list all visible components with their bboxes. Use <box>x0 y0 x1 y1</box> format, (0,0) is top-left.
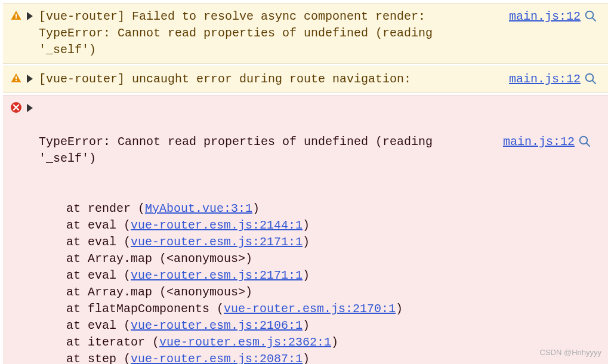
stack-frame-prefix: at render ( <box>66 202 145 215</box>
warning-icon <box>10 71 27 84</box>
console-message-warning: [vue-router] uncaught error during route… <box>3 66 608 93</box>
expand-toggle-icon[interactable] <box>27 100 39 112</box>
stack-frame: at Array.map (<anonymous>) <box>39 284 595 301</box>
source-link[interactable]: main.js:12 <box>509 10 581 23</box>
stack-frame-link[interactable]: vue-router.esm.js:2171:1 <box>131 269 303 282</box>
stack-frame-link[interactable]: MyAbout.vue:3:1 <box>145 202 252 215</box>
console-message-text: TypeError: Cannot read properties of und… <box>39 135 440 165</box>
warning-icon <box>10 8 27 21</box>
console-message-text: [vue-router] uncaught error during route… <box>39 72 411 86</box>
search-icon[interactable] <box>581 8 601 23</box>
stack-frame-suffix: ) <box>252 202 260 215</box>
stack-frame-link[interactable]: vue-router.esm.js:2144:1 <box>131 218 303 232</box>
stack-frame: at eval (vue-router.esm.js:2106:1) <box>39 317 595 334</box>
svg-line-7 <box>593 81 595 84</box>
stack-frame-link[interactable]: vue-router.esm.js:2171:1 <box>131 235 303 249</box>
svg-rect-0 <box>16 14 17 17</box>
stack-frame-link[interactable]: vue-router.esm.js:2087:1 <box>131 352 303 364</box>
console-message-text: [vue-router] Failed to resolve async com… <box>39 10 440 57</box>
stack-frame-link[interactable]: vue-router.esm.js:2362:1 <box>159 335 331 349</box>
search-icon[interactable] <box>581 71 601 85</box>
expand-toggle-icon[interactable] <box>27 71 39 83</box>
stack-frame: at iterator (vue-router.esm.js:2362:1) <box>39 334 595 351</box>
stack-frame-prefix: at Array.map (<anonymous>) <box>66 285 252 299</box>
expand-toggle-icon[interactable] <box>27 8 39 20</box>
source-link[interactable]: main.js:12 <box>509 72 581 86</box>
error-icon <box>10 100 27 113</box>
stack-frame-suffix: ) <box>303 235 310 249</box>
stack-frame-suffix: ) <box>396 302 403 316</box>
stack-frame-suffix: ) <box>303 269 310 282</box>
watermark-text: CSDN @Hnhyyyy <box>540 347 602 358</box>
stack-frame: at Array.map (<anonymous>) <box>39 251 595 267</box>
console-message-error: TypeError: Cannot read properties of und… <box>3 95 608 364</box>
search-icon[interactable] <box>575 134 595 167</box>
source-link[interactable]: main.js:12 <box>503 135 575 149</box>
svg-rect-4 <box>16 76 17 79</box>
stack-frame: at eval (vue-router.esm.js:2171:1) <box>39 267 595 284</box>
stack-frame-suffix: ) <box>303 218 310 232</box>
stack-frame-prefix: at flatMapComponents ( <box>66 302 224 316</box>
stack-frame-prefix: at eval ( <box>66 235 131 249</box>
stack-frame-prefix: at iterator ( <box>66 335 159 349</box>
stack-frame: at flatMapComponents (vue-router.esm.js:… <box>39 301 595 317</box>
stack-frame: at step (vue-router.esm.js:2087:1) <box>39 351 595 364</box>
svg-line-3 <box>593 18 595 21</box>
stack-frame-link[interactable]: vue-router.esm.js:2170:1 <box>224 302 396 316</box>
console-message-warning: [vue-router] Failed to resolve async com… <box>3 3 608 64</box>
svg-rect-5 <box>16 80 17 81</box>
stack-frame-prefix: at Array.map (<anonymous>) <box>66 252 252 266</box>
console-message-body: TypeError: Cannot read properties of und… <box>39 100 601 364</box>
stack-frame-suffix: ) <box>303 352 310 364</box>
stack-frame: at eval (vue-router.esm.js:2171:1) <box>39 234 595 251</box>
svg-line-12 <box>587 143 590 146</box>
stack-frame-prefix: at eval ( <box>66 319 131 332</box>
stack-frame-prefix: at step ( <box>66 352 131 364</box>
stack-frame-suffix: ) <box>331 335 338 349</box>
stack-frame-link[interactable]: vue-router.esm.js:2106:1 <box>131 319 303 332</box>
stack-frame: at render (MyAbout.vue:3:1) <box>39 200 595 217</box>
stack-frame-prefix: at eval ( <box>66 218 131 232</box>
stack-frame-prefix: at eval ( <box>66 269 131 282</box>
stack-frame: at eval (vue-router.esm.js:2144:1) <box>39 217 595 234</box>
stack-frame-suffix: ) <box>303 319 310 332</box>
svg-rect-1 <box>16 17 17 18</box>
